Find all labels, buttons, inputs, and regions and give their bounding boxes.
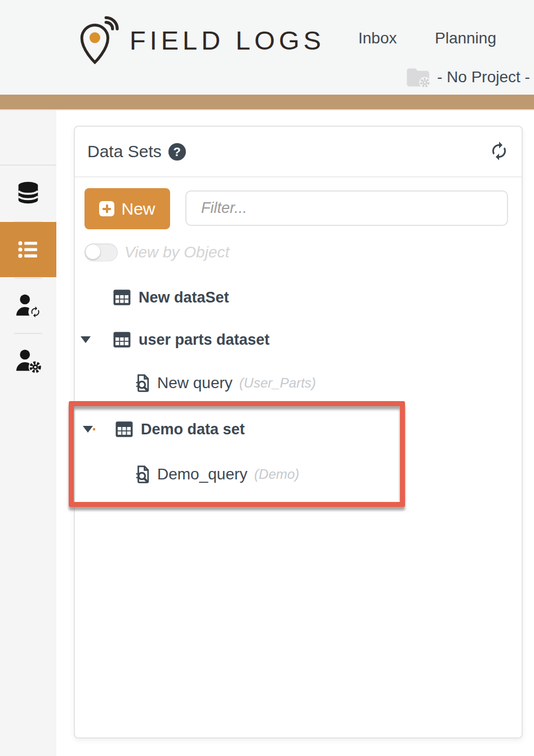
map-pin-signal-icon <box>77 16 121 64</box>
tree-row-dataset-selected[interactable]: Demo data set <box>75 408 522 450</box>
accent-bar <box>0 95 534 110</box>
nav-inbox[interactable]: Inbox <box>358 29 397 47</box>
tree-row-query[interactable]: Demo_query (Demo) <box>75 453 522 496</box>
project-label: - No Project - <box>437 68 530 86</box>
caret-down-icon[interactable] <box>83 426 93 433</box>
help-icon[interactable]: ? <box>168 143 186 161</box>
database-icon <box>15 180 41 206</box>
sidebar-item-data-sources[interactable] <box>0 165 56 220</box>
panel-header: Data Sets ? <box>75 127 522 177</box>
query-hint: (Demo) <box>254 466 299 482</box>
view-by-object-label: View by Object <box>124 243 229 261</box>
sidebar-item-data-sets[interactable] <box>0 222 56 277</box>
query-label: Demo_query <box>157 465 247 483</box>
list-icon <box>15 236 42 263</box>
tree-row-dataset[interactable]: New dataSet <box>75 276 522 319</box>
file-search-icon <box>134 463 152 486</box>
selected-row-highlight <box>93 428 95 430</box>
brand-wordmark: FIELD LOGS <box>130 25 325 56</box>
table-icon <box>112 330 132 350</box>
left-sidebar <box>0 110 56 756</box>
table-icon <box>114 419 135 439</box>
sidebar-item-user-sync[interactable] <box>0 278 56 333</box>
table-icon <box>112 287 132 308</box>
plus-square-icon <box>99 201 114 216</box>
sidebar-item-user-admin[interactable] <box>0 333 56 389</box>
view-by-object-row: View by Object <box>84 243 229 261</box>
new-dataset-button[interactable]: New <box>84 188 170 229</box>
folder-gear-icon <box>406 66 431 88</box>
query-hint: (User_Parts) <box>239 375 316 391</box>
file-search-icon <box>134 371 152 395</box>
dataset-label: Demo data set <box>141 421 245 438</box>
refresh-button[interactable] <box>489 141 509 161</box>
view-by-object-toggle[interactable] <box>84 243 118 261</box>
new-button-label: New <box>121 199 155 219</box>
filter-input[interactable] <box>185 190 508 226</box>
dataset-label: New dataSet <box>139 289 229 306</box>
nav-planning[interactable]: Planning <box>435 29 496 47</box>
query-label: New query <box>157 374 233 392</box>
panel-title: Data Sets <box>87 142 162 161</box>
toggle-knob <box>86 244 100 259</box>
app-header: FIELD LOGS Inbox Planning - No Project - <box>0 0 534 95</box>
brand-logo[interactable]: FIELD LOGS <box>77 16 325 64</box>
tree-row-dataset[interactable]: user parts dataset <box>75 318 522 361</box>
user-refresh-icon <box>14 293 42 319</box>
tree-row-query[interactable]: New query (User_Parts) <box>75 362 522 404</box>
caret-down-icon[interactable] <box>81 336 91 343</box>
user-gear-icon <box>14 348 42 374</box>
datasets-panel: Data Sets ? New View by Object <box>74 126 523 739</box>
dataset-label: user parts dataset <box>139 331 270 349</box>
project-selector[interactable]: - No Project - <box>406 66 530 88</box>
